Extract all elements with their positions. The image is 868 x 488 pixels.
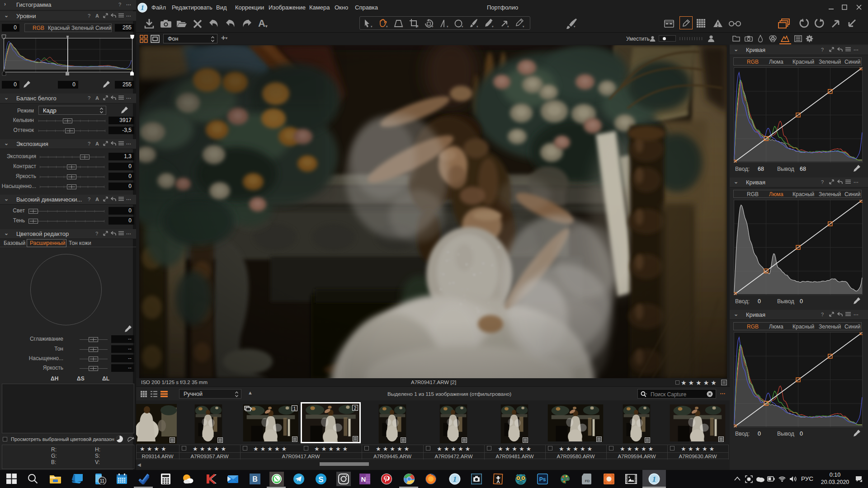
svg-text:FD: FD	[585, 479, 590, 483]
svg-text:N: N	[361, 475, 366, 483]
svg-text:Ps: Ps	[539, 476, 546, 483]
svg-text:11: 11	[100, 479, 105, 483]
svg-text:B: B	[252, 475, 258, 483]
svg-text:1: 1	[652, 475, 656, 483]
svg-text:1: 1	[453, 475, 457, 483]
svg-text:S: S	[318, 475, 323, 484]
svg-text:1: 1	[141, 4, 144, 11]
